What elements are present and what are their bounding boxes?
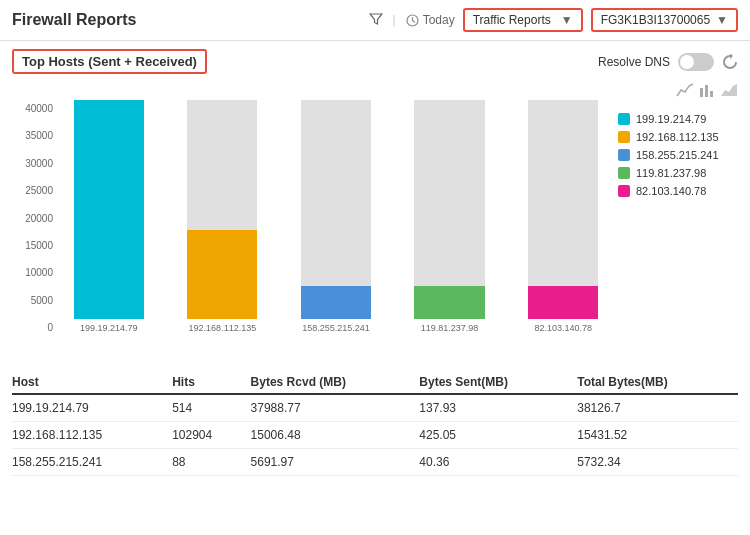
area-chart-icon[interactable] <box>720 82 738 101</box>
traffic-reports-dropdown[interactable]: Traffic Reports ▼ <box>463 8 583 32</box>
dns-label: Resolve DNS <box>598 55 670 69</box>
y-axis: 4000035000300002500020000150001000050000 <box>12 103 57 333</box>
bar-segment-color <box>187 230 257 319</box>
device-selector[interactable]: FG3K1B3I13700065 ▼ <box>591 8 738 32</box>
legend-container: 199.19.214.79192.168.112.135158.255.215.… <box>618 103 738 363</box>
svg-rect-1 <box>700 88 703 97</box>
legend-label: 119.81.237.98 <box>636 167 706 179</box>
table-cell: 137.93 <box>419 394 577 422</box>
bar-group: 158.255.215.241 <box>289 89 383 333</box>
refresh-icon[interactable] <box>722 54 738 70</box>
data-table: HostHitsBytes Rcvd (MB)Bytes Sent(MB)Tot… <box>12 371 738 476</box>
table-cell: 199.19.214.79 <box>12 394 172 422</box>
legend-color-box <box>618 149 630 161</box>
table-cell: 192.168.112.135 <box>12 422 172 449</box>
legend-item: 158.255.215.241 <box>618 149 738 161</box>
bar-chart-container: 4000035000300002500020000150001000050000… <box>12 103 610 363</box>
bar-wrapper <box>62 89 156 319</box>
table-column-header: Total Bytes(MB) <box>577 371 738 394</box>
bar-segment-grey <box>414 100 484 286</box>
time-label: Today <box>423 13 455 27</box>
bar-chart: 4000035000300002500020000150001000050000… <box>12 103 610 363</box>
dns-controls: Resolve DNS <box>598 53 738 71</box>
legend-color-box <box>618 185 630 197</box>
legend-label: 82.103.140.78 <box>636 185 706 197</box>
table-column-header: Hits <box>172 371 250 394</box>
y-axis-label: 10000 <box>25 267 53 278</box>
chevron-down-icon: ▼ <box>561 13 573 27</box>
bar-group: 82.103.140.78 <box>516 89 610 333</box>
chart-area: 4000035000300002500020000150001000050000… <box>0 103 750 363</box>
table-row: 192.168.112.13510290415006.48425.0515431… <box>12 422 738 449</box>
bar-group: 192.168.112.135 <box>176 89 270 333</box>
table-cell: 40.36 <box>419 449 577 476</box>
table-cell: 514 <box>172 394 250 422</box>
bar-label: 119.81.237.98 <box>421 323 479 333</box>
y-axis-label: 5000 <box>31 295 53 306</box>
y-axis-label: 0 <box>47 322 53 333</box>
bar-segment-color <box>528 286 598 319</box>
table-cell: 5691.97 <box>251 449 420 476</box>
legend-color-box <box>618 113 630 125</box>
table-row: 158.255.215.241885691.9740.365732.34 <box>12 449 738 476</box>
table-cell: 158.255.215.241 <box>12 449 172 476</box>
dns-toggle[interactable] <box>678 53 714 71</box>
section-header: Top Hosts (Sent + Received) Resolve DNS <box>0 41 750 82</box>
table-header-row: HostHitsBytes Rcvd (MB)Bytes Sent(MB)Tot… <box>12 371 738 394</box>
table-row: 199.19.214.7951437988.77137.9338126.7 <box>12 394 738 422</box>
bar-segment-grey <box>301 100 371 286</box>
bar-stack <box>528 100 598 319</box>
table-section: HostHitsBytes Rcvd (MB)Bytes Sent(MB)Tot… <box>0 363 750 476</box>
bar-chart-icon[interactable] <box>698 82 716 101</box>
bar-segment-grey <box>187 100 257 230</box>
legend-item: 192.168.112.135 <box>618 131 738 143</box>
bar-label: 192.168.112.135 <box>189 323 257 333</box>
time-selector[interactable]: Today <box>406 13 455 27</box>
legend-label: 199.19.214.79 <box>636 113 706 125</box>
table-cell: 5732.34 <box>577 449 738 476</box>
table-cell: 15006.48 <box>251 422 420 449</box>
y-axis-label: 25000 <box>25 185 53 196</box>
header: Firewall Reports | Today Traffic Reports… <box>0 0 750 41</box>
device-id-label: FG3K1B3I13700065 <box>601 13 710 27</box>
bar-segment-grey <box>528 100 598 286</box>
bar-stack <box>187 100 257 319</box>
bar-label: 158.255.215.241 <box>302 323 370 333</box>
legend-color-box <box>618 167 630 179</box>
legend-item: 119.81.237.98 <box>618 167 738 179</box>
table-column-header: Host <box>12 371 172 394</box>
bar-wrapper <box>176 89 270 319</box>
legend-label: 158.255.215.241 <box>636 149 719 161</box>
svg-rect-2 <box>705 85 708 97</box>
bar-segment-color <box>301 286 371 319</box>
line-chart-icon[interactable] <box>676 82 694 101</box>
bar-stack <box>414 100 484 319</box>
filter-icon[interactable] <box>369 12 383 29</box>
bar-segment-color <box>74 100 144 319</box>
table-column-header: Bytes Sent(MB) <box>419 371 577 394</box>
section-title: Top Hosts (Sent + Received) <box>12 49 207 74</box>
chart-type-icons <box>676 82 738 101</box>
bar-group: 119.81.237.98 <box>403 89 497 333</box>
bar-stack <box>301 100 371 319</box>
y-axis-label: 35000 <box>25 130 53 141</box>
table-cell: 88 <box>172 449 250 476</box>
table-cell: 425.05 <box>419 422 577 449</box>
legend-item: 82.103.140.78 <box>618 185 738 197</box>
table-column-header: Bytes Rcvd (MB) <box>251 371 420 394</box>
table-cell: 15431.52 <box>577 422 738 449</box>
bar-stack <box>74 100 144 319</box>
svg-rect-3 <box>710 91 713 97</box>
legend-label: 192.168.112.135 <box>636 131 719 143</box>
y-axis-label: 15000 <box>25 240 53 251</box>
traffic-reports-label: Traffic Reports <box>473 13 551 27</box>
y-axis-label: 30000 <box>25 158 53 169</box>
table-cell: 38126.7 <box>577 394 738 422</box>
legend-item: 199.19.214.79 <box>618 113 738 125</box>
legend-color-box <box>618 131 630 143</box>
header-controls: | Today Traffic Reports ▼ FG3K1B3I137000… <box>369 8 738 32</box>
bar-label: 199.19.214.79 <box>80 323 138 333</box>
table-cell: 37988.77 <box>251 394 420 422</box>
bar-segment-color <box>414 286 484 319</box>
page-title: Firewall Reports <box>12 11 136 29</box>
